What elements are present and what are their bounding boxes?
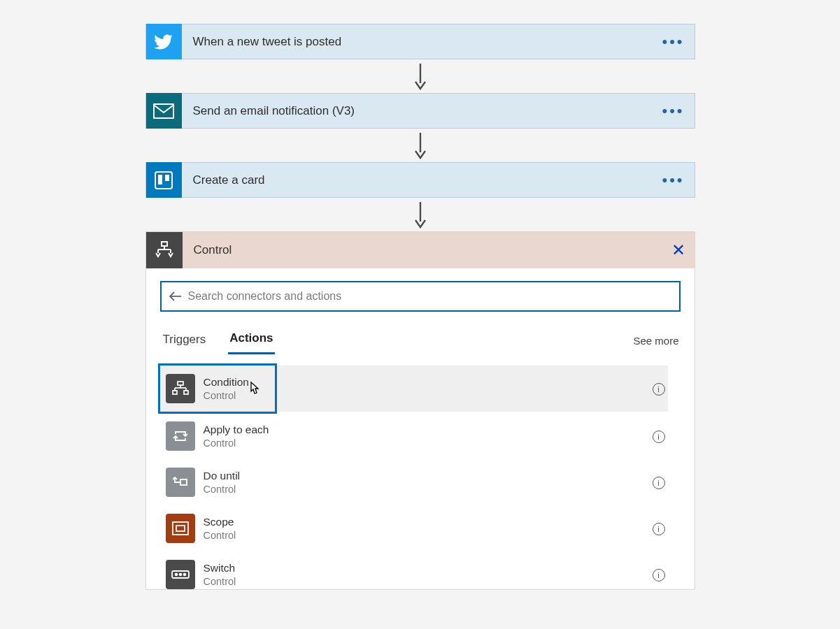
flow-arrow [145,59,695,93]
back-arrow-icon[interactable] [169,291,183,302]
step-menu-button[interactable]: ••• [653,171,695,189]
switch-icon [166,560,195,589]
action-scope[interactable]: Scope Control i [160,505,681,551]
info-icon[interactable]: i [653,568,665,581]
condition-icon [166,374,195,403]
step-title: Send an email notification (V3) [182,104,653,118]
svg-rect-13 [178,382,183,385]
tab-triggers[interactable]: Triggers [162,328,208,354]
step-title: When a new tweet is posted [182,35,653,49]
svg-rect-20 [180,479,187,485]
step-menu-button[interactable]: ••• [653,102,695,120]
svg-rect-22 [176,526,185,531]
cursor-icon [246,381,260,400]
action-condition[interactable]: Condition Control i [160,364,681,413]
flow-canvas: When a new tweet is posted ••• Send an e… [145,24,695,590]
flow-arrow [145,129,695,162]
tab-bar: Triggers Actions See more [160,327,681,354]
action-sub: Control [204,529,236,542]
action-sub: Control [204,437,269,449]
svg-rect-4 [158,175,162,185]
action-name: Condition [204,375,250,389]
svg-rect-7 [162,242,167,246]
svg-rect-5 [165,175,169,181]
mail-icon [146,93,182,129]
action-name: Apply to each [204,423,269,436]
step-twitter-trigger[interactable]: When a new tweet is posted ••• [145,24,695,59]
action-name: Do until [204,469,241,482]
panel-header: Control ✕ [146,232,695,268]
trello-icon [146,162,182,198]
tab-actions[interactable]: Actions [228,327,274,354]
see-more-link[interactable]: See more [633,335,678,347]
action-name: Switch [204,561,236,574]
action-name: Scope [204,515,236,528]
step-create-card[interactable]: Create a card ••• [145,162,695,198]
action-sub: Control [204,575,236,588]
loop-icon [166,421,195,451]
info-icon[interactable]: i [653,382,665,396]
svg-rect-3 [155,172,172,189]
action-apply-to-each[interactable]: Apply to each Control i [160,413,681,459]
do-until-icon [166,468,195,497]
flow-arrow [145,198,695,231]
action-list: Condition Control i Apply to [160,364,681,589]
svg-rect-1 [154,104,173,118]
control-icon [146,232,183,268]
search-input[interactable] [188,290,672,303]
svg-point-26 [183,574,185,576]
svg-point-24 [175,574,177,576]
svg-rect-19 [184,391,188,394]
action-sub: Control [204,483,241,496]
action-do-until[interactable]: Do until Control i [160,459,681,505]
step-menu-button[interactable]: ••• [653,33,695,51]
close-button[interactable]: ✕ [662,240,695,260]
svg-point-25 [179,574,181,576]
svg-rect-21 [173,522,188,535]
step-send-email[interactable]: Send an email notification (V3) ••• [145,93,695,129]
info-icon[interactable]: i [653,522,665,535]
panel-title: Control [183,243,662,257]
info-icon[interactable]: i [653,476,665,489]
search-box[interactable] [160,281,681,312]
action-switch[interactable]: Switch Control i [160,551,681,589]
info-icon[interactable]: i [653,430,665,443]
control-action-panel: Control ✕ Triggers Actions See more [145,231,695,590]
scope-icon [166,514,195,543]
step-title: Create a card [182,173,653,187]
twitter-icon [146,24,182,59]
svg-rect-18 [173,391,177,394]
action-sub: Control [204,389,250,402]
